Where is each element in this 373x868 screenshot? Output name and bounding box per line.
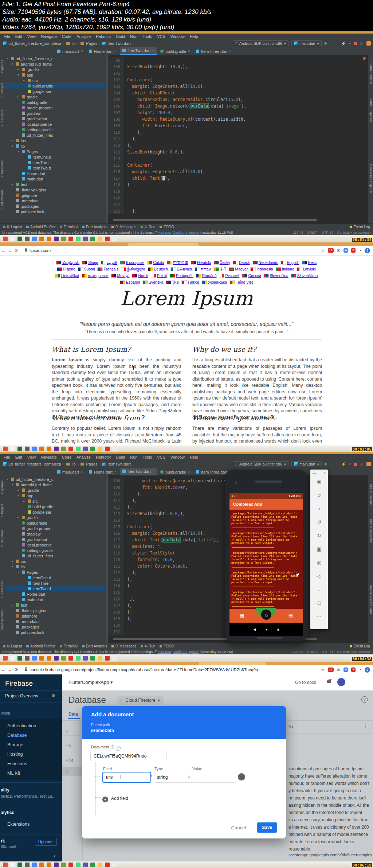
language-link[interactable]: Melayu bbox=[111, 273, 130, 278]
tool-tab-captures[interactable]: Captures bbox=[0, 60, 4, 73]
language-link[interactable]: हिन्दी bbox=[214, 267, 226, 271]
close-tab-icon[interactable]: × bbox=[152, 48, 154, 52]
tool-window-button[interactable]: Terminal bbox=[60, 225, 78, 229]
mail-icon[interactable]: ✉ bbox=[337, 248, 340, 253]
tool-tab-device-file-explorer[interactable]: Device File Explorer bbox=[369, 585, 373, 614]
taskbar-app-icon[interactable] bbox=[105, 237, 110, 241]
avatar[interactable] bbox=[366, 41, 371, 46]
configure-link[interactable]: Configure bbox=[173, 650, 188, 654]
emulator-toolbar-icon[interactable]: ▣ bbox=[317, 546, 321, 552]
language-link[interactable]: العربية bbox=[101, 260, 117, 265]
taskbar-app-icon[interactable] bbox=[83, 447, 88, 451]
emulator-toolbar-icon[interactable]: ⋯ bbox=[317, 614, 322, 619]
editor-tab[interactable]: main.dart × bbox=[55, 468, 86, 475]
menu-item[interactable]: Run bbox=[130, 455, 137, 459]
menu-item[interactable]: Window bbox=[170, 455, 185, 459]
tree-item[interactable]: local.propertie bbox=[5, 121, 106, 127]
tree-item[interactable]: ItemTwo.d bbox=[5, 586, 106, 591]
language-link[interactable]: ไทย bbox=[166, 280, 178, 284]
encoding[interactable]: UTF-8‡ bbox=[322, 650, 333, 654]
taskbar-app-icon[interactable] bbox=[83, 237, 88, 241]
attach-debugger-icon[interactable]: ▾ bbox=[349, 41, 351, 46]
tree-item[interactable]: gradle.properti bbox=[5, 526, 106, 531]
collection-row-selected[interactable]: H bbox=[62, 767, 82, 776]
language-link[interactable]: Polski bbox=[151, 273, 167, 278]
tool-tab-favorites[interactable]: 2: Favorites bbox=[0, 581, 4, 598]
tree-item[interactable]: gradle.properti bbox=[5, 105, 106, 110]
tree-arrow-icon[interactable]: ▾ bbox=[17, 150, 20, 153]
taskbar-app-icon[interactable] bbox=[32, 447, 37, 451]
firebase-logo[interactable]: Firebase bbox=[5, 680, 33, 688]
ssl-lock-icon[interactable] bbox=[25, 249, 27, 252]
language-link[interactable]: Suomi bbox=[78, 267, 95, 271]
tree-item[interactable]: ▸ test bbox=[5, 602, 106, 608]
tree-item[interactable]: main.dart bbox=[5, 597, 106, 602]
tree-item[interactable]: .gitignore bbox=[5, 192, 106, 198]
language-link[interactable]: 中文简体 bbox=[167, 260, 188, 265]
editor-tab[interactable]: build.gradle × bbox=[158, 48, 193, 55]
taskbar-app-icon[interactable] bbox=[54, 237, 59, 241]
debug-button[interactable]: ◌ bbox=[330, 462, 333, 466]
language-link[interactable]: Italiano bbox=[276, 267, 294, 271]
minimize-icon[interactable]: — bbox=[313, 471, 316, 475]
database-row[interactable]: ≈fi bbox=[62, 741, 82, 750]
tree-item[interactable]: ItemThre bbox=[5, 580, 106, 586]
value-input[interactable] bbox=[192, 772, 236, 783]
menu-item[interactable]: Edit bbox=[15, 34, 22, 39]
attach-debugger-icon[interactable]: ▾ bbox=[349, 462, 351, 467]
taskbar-app-icon[interactable] bbox=[68, 237, 73, 241]
menu-item[interactable]: File bbox=[4, 34, 10, 39]
emulator-toolbar-icon[interactable]: ♪ bbox=[318, 506, 321, 511]
mail-icon[interactable]: ✉ bbox=[337, 667, 340, 672]
taskbar-app-icon[interactable] bbox=[10, 237, 15, 241]
tree-item[interactable]: pubspec.lock bbox=[5, 209, 106, 214]
tree-arrow-icon[interactable]: ▾ bbox=[7, 478, 9, 481]
tree-item[interactable]: google-ser bbox=[5, 509, 106, 515]
tree-item[interactable]: ItemTwo.d bbox=[5, 165, 106, 171]
field-name-input[interactable]: title bbox=[102, 772, 151, 783]
emulator-toolbar-icon[interactable]: ◎ bbox=[317, 560, 321, 565]
menu-item[interactable]: Refactor bbox=[96, 455, 111, 459]
tree-item[interactable]: gradlew.bat bbox=[5, 537, 106, 542]
event-log-button[interactable]: Event Log bbox=[350, 225, 370, 229]
taskbar-app-icon[interactable] bbox=[90, 863, 95, 867]
run-button[interactable] bbox=[325, 42, 327, 45]
stop-button[interactable] bbox=[354, 463, 357, 466]
reload-icon[interactable]: ⟳ bbox=[13, 667, 20, 672]
tool-tab-build-variants[interactable]: Build Variants bbox=[0, 190, 4, 210]
tree-item[interactable]: ▸ ios bbox=[5, 138, 106, 143]
close-tab-icon[interactable]: × bbox=[188, 470, 190, 474]
tool-window-button[interactable]: Dart Analysis bbox=[82, 644, 107, 648]
debug-button[interactable]: ◌ bbox=[330, 41, 333, 46]
taskbar-app-icon[interactable] bbox=[54, 656, 59, 661]
editor-tab[interactable]: ItemThree.dart × bbox=[193, 48, 234, 55]
tree-arrow-icon[interactable]: ▾ bbox=[12, 565, 15, 568]
tree-arrow-icon[interactable]: ▾ bbox=[12, 144, 15, 148]
tree-item[interactable]: ▾ ud_flutter_firestore_c bbox=[5, 476, 106, 482]
sidebar-item[interactable]: Authentication bbox=[0, 721, 62, 731]
taskbar-app-icon[interactable] bbox=[112, 447, 117, 451]
tree-item[interactable]: ▸ .gradle bbox=[5, 67, 106, 72]
nav-button[interactable]: ◀ bbox=[253, 627, 256, 631]
close-tab-icon[interactable]: × bbox=[81, 470, 83, 474]
gear-icon[interactable]: ⚙ bbox=[51, 693, 55, 698]
breadcrumb-file[interactable]: ItemTwo.dart bbox=[107, 41, 131, 46]
taskbar-app-icon[interactable] bbox=[90, 447, 95, 451]
menu-item[interactable]: Code bbox=[62, 455, 71, 459]
language-link[interactable]: Српски bbox=[242, 273, 261, 278]
list-icon[interactable]: ▤ bbox=[288, 613, 293, 618]
taskbar-app-icon[interactable] bbox=[105, 863, 110, 867]
tool-tab-flutter-outline[interactable]: Flutter Outline bbox=[369, 63, 373, 84]
sidebar-item[interactable]: ML Kit bbox=[0, 768, 62, 778]
menu-item[interactable]: Analyze bbox=[76, 455, 91, 459]
taskbar-app-icon[interactable] bbox=[61, 656, 66, 661]
tool-window-button[interactable]: 0: Messages bbox=[111, 225, 136, 229]
editor-tab[interactable]: ItemTwo.dart × bbox=[120, 47, 157, 55]
close-tab-icon[interactable]: × bbox=[114, 49, 117, 53]
tree-item[interactable]: ▾ android [ud_flutte bbox=[5, 61, 106, 67]
emulator-screen[interactable]: ● ▪ ▾◢ ▮ 1:43 Compleax App 'package:flut… bbox=[229, 493, 303, 636]
taskbar-app-icon[interactable] bbox=[39, 237, 44, 241]
cancel-button[interactable]: Cancel bbox=[231, 825, 246, 830]
tab-data[interactable]: Data bbox=[68, 712, 78, 717]
tree-item[interactable]: ▸ src bbox=[5, 498, 106, 504]
